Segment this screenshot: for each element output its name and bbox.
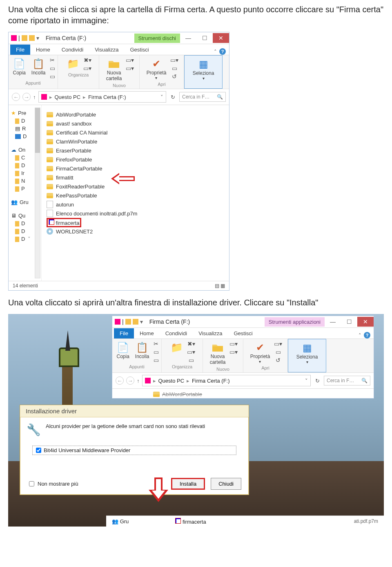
breadcrumb-pc[interactable]: Questo PC bbox=[55, 94, 81, 100]
close-button[interactable]: ✕ bbox=[213, 33, 229, 43]
tab-visualizza[interactable]: Visualizza bbox=[193, 328, 228, 338]
forward-button[interactable]: → bbox=[22, 93, 31, 101]
dropdown-icon[interactable]: ˅ bbox=[160, 94, 163, 100]
breadcrumb[interactable]: ▸ Questo PC ▸ Firma Certa (F:) ˅ bbox=[38, 91, 167, 103]
dont-show-checkbox[interactable]: Non mostrare più bbox=[27, 480, 78, 488]
qat-icon[interactable] bbox=[22, 35, 27, 41]
up-button[interactable]: ↑ bbox=[33, 94, 36, 100]
list-item[interactable]: avast! sandbox bbox=[47, 119, 224, 128]
list-item[interactable]: autorun bbox=[47, 200, 224, 209]
tab-file[interactable]: File bbox=[114, 328, 134, 338]
list-item[interactable]: WORLDSNET2 bbox=[47, 227, 224, 236]
tab-gestisci[interactable]: Gestisci bbox=[124, 45, 154, 55]
delete-icon[interactable]: ✖▾ bbox=[83, 57, 91, 63]
file-name: FoxitReaderPortable bbox=[56, 184, 105, 190]
folder-icon bbox=[47, 193, 53, 198]
taskbar-item[interactable]: 👥 Gru bbox=[112, 518, 129, 524]
up-button[interactable]: ↑ bbox=[137, 378, 140, 384]
refresh-button[interactable]: ↻ bbox=[169, 94, 177, 100]
window-title: Firma Certa (F:) bbox=[145, 318, 265, 325]
file-name: ClamWinPortable bbox=[56, 139, 97, 145]
incolla-button[interactable]: 📋Incolla bbox=[30, 57, 47, 76]
file-icon bbox=[47, 201, 53, 208]
properties-button[interactable]: ✔Proprietà▾ bbox=[249, 341, 272, 365]
list-item[interactable]: Certificati CA Namirial bbox=[47, 128, 224, 137]
list-item[interactable]: ClamWinPortable bbox=[47, 137, 224, 146]
list-item[interactable]: FirmaCertaPortable bbox=[47, 164, 224, 173]
breadcrumb-drive[interactable]: Firma Certa (F:) bbox=[88, 94, 126, 100]
list-item[interactable]: AbiWordPortable bbox=[47, 110, 224, 119]
file-name: autorun bbox=[56, 202, 74, 208]
back-button[interactable]: ← bbox=[116, 377, 124, 385]
tab-visualizza[interactable]: Visualizza bbox=[89, 45, 124, 55]
list-item[interactable]: firmacerta bbox=[47, 218, 224, 227]
provider-row[interactable]: Bit4id Universal Middleware Provider bbox=[32, 446, 236, 455]
provider-checkbox[interactable] bbox=[36, 448, 41, 453]
view-buttons[interactable]: ▤ ▦ bbox=[215, 283, 225, 289]
qat-dropdown-icon[interactable]: ▾ bbox=[36, 35, 39, 41]
list-item[interactable]: EraserPortable bbox=[47, 146, 224, 155]
nav-pane[interactable]: ★Pre ▇D ▤R D ☁On ▇C ▇D ▇Ir ▇N ▇P 👥Gru 🖥Q… bbox=[9, 105, 42, 281]
collapse-ribbon-icon[interactable]: ˄ bbox=[359, 332, 361, 338]
close-button[interactable]: ✕ bbox=[357, 317, 374, 327]
search-icon: 🔍 bbox=[217, 94, 223, 100]
history-icon[interactable]: ↺ bbox=[170, 73, 178, 80]
explorer-window-2: |▾ Firma Certa (F:) Strumenti applicazio… bbox=[112, 316, 374, 399]
help-icon[interactable]: ? bbox=[219, 48, 226, 55]
new-folder-button[interactable]: Nuova cartella bbox=[208, 341, 227, 366]
list-item[interactable]: FirefoxPortable bbox=[47, 155, 224, 164]
cut-icon[interactable]: ✂ bbox=[50, 57, 55, 63]
help-icon[interactable]: ? bbox=[364, 332, 370, 338]
breadcrumb[interactable]: ▸ Questo PC▸ Firma Certa (F:) ˅ bbox=[142, 375, 311, 386]
quick-access-toolbar: | ▾ bbox=[9, 35, 42, 41]
select-button[interactable]: ▦Seleziona▾ bbox=[191, 57, 216, 81]
search-box[interactable]: Cerca in F…🔍 bbox=[324, 376, 370, 385]
folder-icon: ▇ bbox=[15, 162, 19, 168]
explorer-window-1: | ▾ Firma Certa (F:) Strumenti dischi — … bbox=[8, 32, 229, 291]
copia-button[interactable]: 📄Copia bbox=[11, 57, 27, 76]
chiudi-button[interactable]: Chiudi bbox=[211, 478, 241, 490]
minimize-button[interactable]: — bbox=[325, 317, 341, 327]
paste-shortcut-icon[interactable]: ▭ bbox=[50, 73, 55, 80]
scrollbar[interactable] bbox=[35, 108, 40, 278]
new-item-icon[interactable]: ▭▾ bbox=[126, 57, 134, 63]
folder-icon bbox=[47, 148, 53, 153]
dialog-message: Alcuni provider per la getione delle sma… bbox=[46, 423, 205, 429]
back-button[interactable]: ← bbox=[12, 93, 20, 101]
tab-condividi[interactable]: Condividi bbox=[160, 328, 193, 338]
minimize-button[interactable]: — bbox=[180, 33, 196, 43]
folder-icon: ▇ bbox=[15, 236, 19, 242]
properties-button[interactable]: ✔Proprietà▾ bbox=[145, 57, 168, 81]
list-item[interactable]: AbiWordPortable bbox=[162, 391, 202, 397]
tab-gestisci[interactable]: Gestisci bbox=[228, 328, 258, 338]
copia-button[interactable]: 📄Copia bbox=[115, 341, 131, 360]
forward-button[interactable]: → bbox=[126, 377, 134, 385]
tab-home[interactable]: Home bbox=[30, 45, 56, 55]
maximize-button[interactable]: ☐ bbox=[196, 33, 213, 43]
tab-file[interactable]: File bbox=[10, 45, 30, 55]
list-item[interactable]: Elenco documenti inoltrati.pdf.p7m bbox=[47, 209, 224, 218]
maximize-button[interactable]: ☐ bbox=[341, 317, 357, 327]
file-name: Certificati CA Namirial bbox=[56, 130, 107, 136]
incolla-button[interactable]: 📋Incolla bbox=[134, 341, 151, 360]
qat-icon[interactable] bbox=[29, 35, 35, 41]
edit-icon[interactable]: ▭ bbox=[170, 65, 178, 72]
refresh-button[interactable]: ↻ bbox=[313, 378, 321, 384]
collapse-ribbon-icon[interactable]: ˄ bbox=[214, 49, 217, 55]
search-box[interactable]: Cerca in F…🔍 bbox=[179, 92, 226, 102]
open-icon[interactable]: ▭▾ bbox=[170, 57, 178, 63]
figure-1: | ▾ Firma Certa (F:) Strumenti dischi — … bbox=[8, 32, 384, 291]
rename-icon[interactable]: ▭▾ bbox=[83, 65, 91, 72]
list-item[interactable]: KeePassPortable bbox=[47, 191, 224, 200]
move-button[interactable]: 📁 bbox=[65, 57, 81, 71]
new-folder-button[interactable]: Nuova cartella bbox=[105, 57, 124, 82]
easy-access-icon[interactable]: ▭▾ bbox=[126, 65, 134, 72]
tab-home[interactable]: Home bbox=[134, 328, 160, 338]
installa-button[interactable]: Installa bbox=[171, 478, 205, 490]
tab-condividi[interactable]: Condividi bbox=[56, 45, 89, 55]
qat-icon[interactable] bbox=[11, 35, 17, 41]
copy-path-icon[interactable]: ▭ bbox=[50, 65, 55, 72]
select-button[interactable]: ▦Seleziona▾ bbox=[295, 341, 320, 365]
taskbar-item[interactable]: firmacerta bbox=[175, 518, 206, 525]
folder-icon: ▇ bbox=[15, 118, 19, 124]
